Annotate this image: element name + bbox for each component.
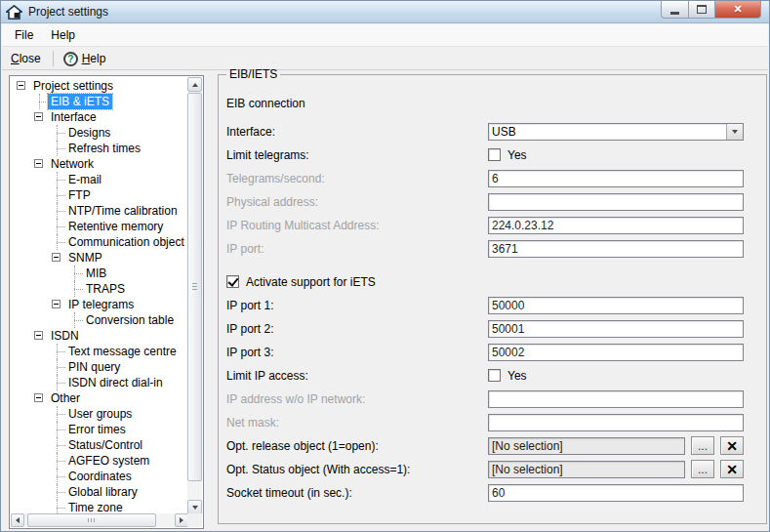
- tree-expander-icon[interactable]: [50, 297, 65, 312]
- form-row-telegrams-per-second: Telegrams/second:: [226, 169, 758, 187]
- minimize-button[interactable]: [661, 1, 689, 19]
- tree-item-ip-telegrams[interactable]: IP telegrams: [11, 297, 188, 312]
- form-row-ip-port-3: IP port 3:: [226, 343, 758, 361]
- tree-item-text-message-centre[interactable]: Text message centre: [11, 344, 188, 359]
- tree-expander-icon[interactable]: [32, 156, 48, 172]
- tree-item-status-control[interactable]: Status/Control: [11, 437, 188, 453]
- minus-box-icon: [52, 300, 61, 308]
- form-row-ip-port-1: IP port 1:: [226, 296, 758, 314]
- tree-horizontal-scrollbar[interactable]: [11, 513, 188, 527]
- minus-box-icon: [52, 253, 61, 262]
- opt-status-object-clear-button[interactable]: ✕: [720, 460, 744, 478]
- tree-connector: [67, 281, 83, 297]
- ip-address-wo-network-input[interactable]: [488, 390, 744, 408]
- tree-connector: [67, 312, 83, 328]
- opt-release-object-clear-button[interactable]: ✕: [720, 436, 744, 455]
- tree-item-label: Time zone: [65, 500, 126, 513]
- physical-address-input[interactable]: [488, 193, 744, 211]
- interface-label: Interface:: [226, 125, 488, 139]
- maximize-button[interactable]: [689, 1, 715, 19]
- tree-vertical-scrollbar[interactable]: [187, 77, 202, 514]
- telegrams-per-second-input[interactable]: [488, 170, 744, 187]
- physical-address-label: Physical address:: [226, 195, 488, 209]
- tree-connector: [50, 219, 65, 234]
- ip-port-3-input[interactable]: [488, 344, 744, 361]
- tree-item-isdn-direct-dial-in[interactable]: ISDN direct dial-in: [11, 375, 188, 390]
- close-window-button[interactable]: ✕: [715, 1, 761, 19]
- interface-combobox[interactable]: USB: [488, 123, 744, 141]
- tree-connector: [50, 125, 65, 141]
- tree-item-traps[interactable]: TRAPS: [11, 281, 188, 297]
- menu-item-help[interactable]: Help: [42, 25, 84, 45]
- tree-item-pin-query[interactable]: PIN query: [11, 359, 188, 375]
- tree-item-e-mail[interactable]: E-mail: [11, 172, 188, 187]
- opt-status-object-value: [No selection]: [488, 461, 685, 478]
- tree-item-time-zone[interactable]: Time zone: [11, 500, 188, 513]
- opt-release-object-value: [No selection]: [488, 437, 685, 455]
- tree-item-conversion-table[interactable]: Conversion table: [11, 312, 188, 328]
- tree-item-label: IP telegrams: [65, 297, 137, 312]
- help-button[interactable]: ? Help: [63, 52, 106, 66]
- tree-item-mib[interactable]: MIB: [11, 266, 188, 281]
- tree-expander-icon[interactable]: [32, 328, 48, 344]
- tree-connector: [50, 453, 65, 469]
- vertical-scroll-thumb[interactable]: [187, 93, 202, 481]
- section-header: EIB connection: [226, 97, 758, 111]
- tree-item-retentive-memory[interactable]: Retentive memory: [11, 219, 188, 234]
- interface-value: USB: [489, 124, 726, 140]
- scrollbar-corner: [187, 513, 202, 527]
- tree-item-eib-iets[interactable]: EIB & iETS: [11, 94, 188, 109]
- chevron-down-icon: [732, 130, 738, 134]
- tree-expander-icon[interactable]: [32, 109, 48, 125]
- opt-status-object-browse-button[interactable]: ...: [691, 460, 714, 478]
- tree-expander-icon[interactable]: [32, 390, 48, 406]
- tree-item-coordinates[interactable]: Coordinates: [11, 469, 188, 484]
- activate-iets-checkbox[interactable]: [226, 275, 239, 288]
- menu-item-file[interactable]: File: [6, 25, 42, 45]
- socket-timeout-label: Socket timeout (in sec.):: [226, 486, 488, 500]
- tree-item-interface[interactable]: Interface: [11, 109, 188, 125]
- ip-port-2-input[interactable]: [488, 320, 744, 338]
- tree-item-isdn[interactable]: ISDN: [11, 328, 188, 344]
- ip-port-input[interactable]: [488, 240, 744, 258]
- tree-connector: [50, 203, 65, 219]
- ip-port-1-label: IP port 1:: [226, 299, 488, 312]
- tree-item-communication-object-gate[interactable]: Communication object gate: [11, 234, 188, 250]
- close-icon: ✕: [733, 3, 742, 16]
- scroll-down-button[interactable]: [187, 500, 202, 514]
- tree-expander-icon[interactable]: [15, 78, 30, 94]
- project-settings-window: Project settings ✕ FileHelp Close ? Help…: [0, 0, 770, 532]
- tree-item-ftp[interactable]: FTP: [11, 187, 188, 203]
- tree-item-designs[interactable]: Designs: [11, 125, 188, 141]
- scroll-left-button[interactable]: [11, 513, 24, 527]
- scroll-up-button[interactable]: [187, 77, 202, 92]
- ip-routing-multicast-input[interactable]: [488, 217, 744, 234]
- tree-item-other[interactable]: Other: [11, 390, 188, 406]
- tree-item-snmp[interactable]: SNMP: [11, 250, 188, 266]
- close-button[interactable]: Close: [11, 52, 41, 65]
- net-mask-input[interactable]: [488, 414, 744, 431]
- groupbox-legend: EIB/IETS: [226, 67, 280, 81]
- socket-timeout-input[interactable]: [488, 484, 744, 502]
- limit-ip-access-checkbox[interactable]: [488, 369, 501, 382]
- tree-item-user-groups[interactable]: User groups: [11, 406, 188, 422]
- tree-item-ntp-time-calibration[interactable]: NTP/Time calibration: [11, 203, 188, 219]
- tree-item-agfeo-system[interactable]: AGFEO system: [11, 453, 188, 469]
- limit-telegrams-checkbox[interactable]: [488, 148, 501, 161]
- scroll-right-button[interactable]: [175, 513, 188, 527]
- ip-port-1-input[interactable]: [488, 297, 744, 314]
- limit-telegrams-label: Limit telegrams:: [226, 148, 488, 162]
- tree-item-network[interactable]: Network: [11, 156, 188, 172]
- opt-release-object-browse-button[interactable]: ...: [691, 436, 714, 455]
- ip-port-label: IP port:: [226, 242, 488, 256]
- tree-item-error-times[interactable]: Error times: [11, 422, 188, 437]
- tree-item-global-library[interactable]: Global library: [11, 484, 188, 500]
- tree-item-refresh-times[interactable]: Refresh times: [11, 141, 188, 156]
- horizontal-scroll-thumb[interactable]: [27, 513, 156, 527]
- interface-dropdown-button[interactable]: [726, 124, 743, 140]
- tree-item-label: Error times: [65, 422, 129, 437]
- tree-item-project-settings[interactable]: Project settings: [11, 78, 188, 94]
- opt-status-object-label: Opt. Status object (With access=1):: [226, 463, 488, 476]
- minus-box-icon: [17, 81, 25, 90]
- tree-expander-icon[interactable]: [50, 250, 65, 266]
